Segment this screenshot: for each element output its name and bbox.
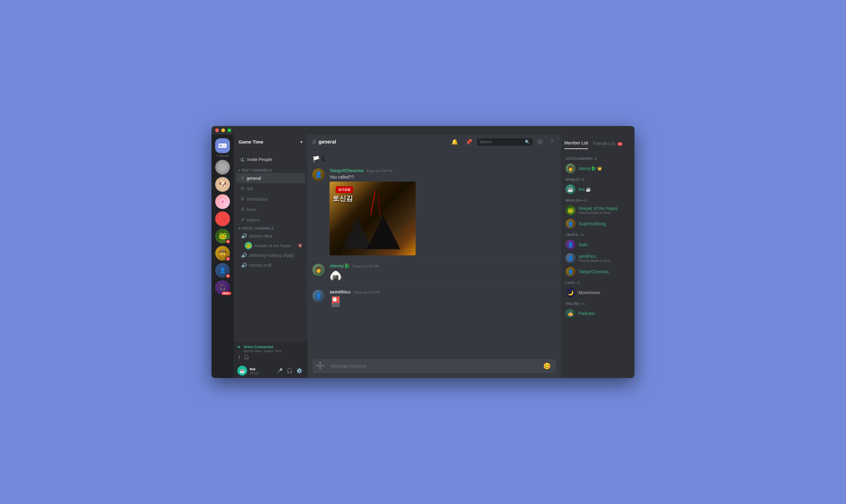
member-section-traps3: TRAPS—3 [563, 231, 632, 238]
msg-divider-2 [312, 285, 556, 286]
chat-input-box: ➕ 😊 [312, 359, 556, 373]
voice-controls: ℹ 🎧 [237, 354, 304, 361]
member-item-superschlong[interactable]: 👤 SuperSchlong [563, 217, 632, 231]
member-avatar-keeper: 🐸 [565, 205, 575, 215]
msg-author-semithicc[interactable]: semithicc [329, 289, 351, 294]
msg-divider [312, 259, 556, 259]
user-settings-button[interactable]: ⚙️ [295, 367, 304, 375]
tab-friends-list[interactable]: Friends List 3 [593, 141, 623, 149]
msg-image-1: 삼각김밥 토신김 [329, 182, 416, 255]
server-header[interactable]: Game Time ▾ [234, 134, 307, 149]
msg-content-2: stacey🐉 Today at 1:00 PM 🍙 [329, 263, 556, 282]
member-info-pieeater: PieEater [579, 311, 630, 316]
msg-author-taego[interactable]: Taego/Cheonsa [329, 168, 364, 173]
voice-user-avatar-keeper: 🐸 [245, 242, 252, 249]
server-icon-user4[interactable]: 🚫 [215, 212, 230, 226]
user-avatar: ☕ [237, 366, 247, 376]
channel-list: Invite People ▾ TEXT CHANNELS # general … [234, 149, 307, 342]
voice-channel-name-stacey: stacey<3tea [249, 234, 272, 238]
channel-name-red: red [247, 186, 253, 191]
member-name-keeper: Keeper of the Pepes [579, 206, 630, 211]
member-name-saer: Saer [579, 242, 630, 247]
msg-timestamp-1: Today at 1:00 PM [366, 169, 393, 173]
member-info-taego: Taego/Cheonsa [579, 269, 630, 274]
notif-badge-4: 4 [225, 239, 231, 244]
emoji-picker-button[interactable]: 😊 [541, 360, 553, 372]
voice-channel-normal[interactable]: 🔊 normal stuff [236, 260, 305, 270]
member-item-semithicc[interactable]: 👤 semithicc Playing Blade & Soul [563, 251, 632, 265]
member-name-stacey: stacey🐉 [579, 166, 596, 171]
channel-name-information: information [247, 197, 268, 202]
server-icon-user1[interactable] [215, 160, 230, 175]
user-actions: 🎤 🎧 ⚙️ [275, 367, 304, 375]
chat-header: # general 🔔 📌 🔍 @ ? [307, 134, 561, 149]
help-button[interactable]: ? [548, 137, 556, 146]
voice-footer: Voice Connected stacey<3tea / Game Time … [234, 342, 307, 363]
add-attachment-button[interactable]: ➕ [312, 359, 328, 373]
msg-avatar-semithicc: 👤 [312, 290, 325, 302]
tab-member-list[interactable]: Member List [564, 141, 588, 149]
member-item-pieeater[interactable]: 🥧 PieEater [563, 307, 632, 320]
channel-hash-icon: # [241, 175, 244, 181]
search-input[interactable] [480, 140, 523, 144]
channel-hash-icon: # [241, 206, 244, 213]
voice-settings-button[interactable]: 🎧 [242, 354, 250, 361]
close-button[interactable] [215, 128, 219, 132]
notification-bell-button[interactable]: 🔔 [449, 137, 461, 147]
channel-item-traitors[interactable]: # traitors [236, 215, 305, 225]
deafen-button[interactable]: 🎧 [285, 367, 294, 375]
voice-user-keeper[interactable]: 🐸 Keeper of the Pepes 🔇 [236, 241, 305, 250]
msg-timestamp-3: Today at 1:01 PM [353, 290, 380, 294]
member-item-saer[interactable]: 👤 Saer [563, 238, 632, 251]
chat-input[interactable] [330, 360, 538, 372]
top-reaction: 🏳️ 1 [307, 154, 561, 166]
chevron-down-icon: ▾ [300, 140, 303, 144]
member-item-moonmoon[interactable]: 🌙 Moonmoon [563, 286, 632, 299]
text-channels-header[interactable]: ▾ TEXT CHANNELS [234, 167, 307, 173]
channel-name-trove: trove [247, 207, 256, 212]
user-tag: #0110 [250, 371, 273, 375]
member-item-stacey[interactable]: 👩 stacey🐉 👑 [563, 162, 632, 175]
msg-emoji-pokeball: 🎴 [329, 295, 556, 307]
message-group-1: 👤 Taego/Cheonsa Today at 1:00 PM You cal… [307, 166, 561, 257]
online-count: 7 ONLINE [216, 154, 229, 157]
member-name-tea: tea ☕ [579, 187, 591, 192]
friends-list-label: Friends List [593, 141, 615, 146]
voice-channels-header[interactable]: ▾ VOICE CHANNELS [234, 225, 307, 231]
msg-content-3: semithicc Today at 1:01 PM 🎴 [329, 289, 556, 307]
mute-button[interactable]: 🎤 [275, 367, 284, 375]
msg-timestamp-2: Today at 1:00 PM [352, 264, 379, 268]
server-icon-user3[interactable]: 🌸 [215, 194, 230, 209]
minimize-button[interactable] [221, 128, 225, 132]
channel-hash-icon: # [241, 217, 244, 223]
channel-item-general[interactable]: # general [236, 173, 305, 183]
voice-user-name-keeper: Keeper of the Pepes [254, 244, 291, 248]
server-name: Game Time [238, 139, 264, 144]
voice-channel-name-normal: normal stuff [249, 263, 271, 268]
member-avatar-pieeater: 🥧 [565, 308, 575, 318]
member-item-keeper[interactable]: 🐸 Keeper of the Pepes Playing Blade & So… [563, 203, 632, 217]
invite-people-button[interactable]: Invite People [236, 154, 305, 165]
chat-messages: 🏳️ 1 👤 Taego/Cheonsa Today at 1:00 PM Yo… [307, 149, 561, 359]
channel-item-red[interactable]: # red [236, 183, 305, 194]
msg-author-stacey[interactable]: stacey🐉 [329, 263, 350, 269]
voice-channel-stacey[interactable]: 🔊 stacey<3tea [236, 231, 305, 241]
server-icon-user2[interactable]: 🐶 [215, 177, 230, 192]
member-item-tea[interactable]: ☕ tea ☕ [563, 182, 632, 196]
notif-badge-1: 1 [225, 256, 231, 261]
maximize-button[interactable] [228, 128, 231, 132]
member-status-keeper: Playing Blade & Soul [579, 211, 630, 215]
voice-info-button[interactable]: ℹ [237, 354, 241, 361]
voice-channel-shady[interactable]: 🔊 definitely nothing shady [236, 250, 305, 260]
pin-button[interactable]: 📌 [463, 137, 475, 147]
member-avatar-stacey: 👩 [565, 163, 575, 173]
server-icon-gametime[interactable] [215, 138, 230, 153]
channel-item-information[interactable]: # information [236, 194, 305, 204]
member-item-taego[interactable]: 👤 Taego/Cheonsa [563, 265, 632, 278]
user-info: tea #0110 [250, 367, 273, 375]
new-badge: NEW ↓ [222, 292, 231, 295]
friends-list-badge: 3 [617, 142, 623, 146]
channel-item-trove[interactable]: # trove [236, 204, 305, 215]
mention-button[interactable]: @ [535, 137, 545, 146]
member-info-stacey: stacey🐉 👑 [579, 166, 630, 171]
